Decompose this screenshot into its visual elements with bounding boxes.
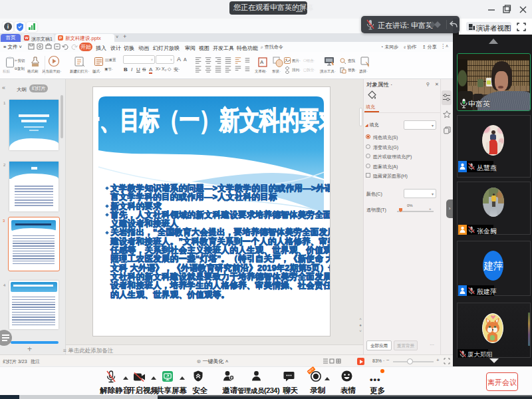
svg-text:一、目标（一）新文科的要求: 一、目标（一）新文科的要求 (93, 106, 330, 134)
svg-text:A: A (260, 59, 264, 65)
